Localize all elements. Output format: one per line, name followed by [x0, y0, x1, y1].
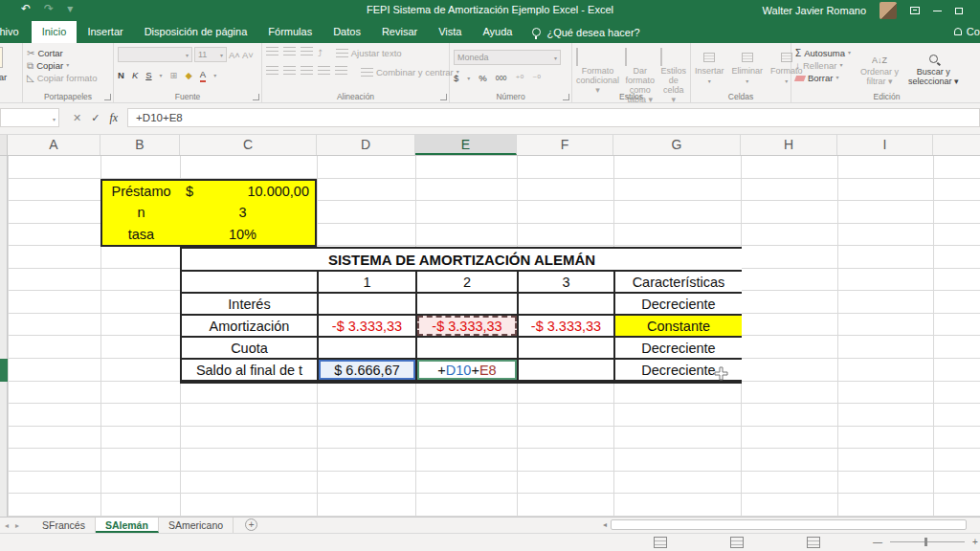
cell-e10-editing[interactable]: +D10+E8 — [417, 360, 517, 380]
clear-button[interactable]: Borrar ▾ — [795, 72, 851, 84]
zoom-out-icon[interactable]: — — [873, 537, 882, 547]
insert-function-icon[interactable]: fx — [109, 111, 118, 125]
tab-ayuda[interactable]: Ayuda — [472, 21, 523, 43]
add-sheet-icon[interactable]: + — [245, 518, 257, 531]
tab-revisar[interactable]: Revisar — [371, 21, 428, 43]
borders-icon[interactable]: ⊞ — [170, 69, 178, 81]
bold-button[interactable]: N — [118, 69, 124, 81]
grow-font-icon[interactable]: A˄ — [229, 47, 240, 62]
column-header-h[interactable]: H — [741, 135, 837, 155]
comma-format-icon[interactable]: 000 — [496, 72, 507, 84]
cell-d10-referenced[interactable]: $ 6.666,67 — [319, 360, 415, 380]
sheet-tab-saleman[interactable]: SAlemán — [96, 518, 159, 533]
number-format-select[interactable]: Moneda▾ — [454, 50, 561, 65]
column-header-partial[interactable] — [933, 135, 980, 155]
name-box[interactable]: ▾ — [0, 108, 59, 127]
formula-input[interactable]: +D10+E8 — [127, 108, 980, 127]
italic-button[interactable]: K — [132, 69, 138, 81]
page-break-view-icon[interactable] — [807, 537, 820, 548]
conditional-formatting-button[interactable]: Formatocondicional ▾ — [576, 49, 619, 95]
tab-disposicion[interactable]: Disposición de página — [134, 21, 258, 43]
dialog-launcher-icon[interactable] — [253, 94, 259, 100]
row-label-saldo[interactable]: Saldo al final de t — [182, 360, 317, 380]
dialog-launcher-icon[interactable] — [440, 94, 447, 100]
autosum-button[interactable]: Σ Autosuma ▾ — [795, 47, 851, 59]
cell-e9[interactable] — [417, 338, 517, 358]
row-label-interes[interactable]: Interés — [182, 294, 317, 314]
find-select-button[interactable]: Buscar yseleccionar ▾ — [908, 47, 959, 86]
font-color-dropdown-icon[interactable]: ▾ — [213, 72, 216, 78]
cell-e7[interactable] — [417, 294, 517, 314]
wrap-text-button[interactable]: Ajustar texto — [336, 47, 402, 59]
column-header-b[interactable]: B — [100, 135, 180, 155]
align-left-icon[interactable] — [266, 66, 278, 75]
period-header-3[interactable]: 3 — [519, 272, 613, 292]
dialog-launcher-icon[interactable] — [563, 94, 569, 100]
insert-cells-button[interactable]: Insertar▾ — [695, 49, 724, 90]
sheet-tab-sfrances[interactable]: SFrancés — [33, 518, 96, 533]
sort-filter-button[interactable]: A↓Z Ordenar yfiltrar ▾ — [860, 47, 899, 86]
tab-archivo[interactable]: Archivo — [0, 21, 32, 43]
cell-d7[interactable] — [319, 294, 415, 314]
horizontal-scrollbar[interactable]: ◂ — [599, 518, 980, 532]
copy-button[interactable]: ⧉ Copiar ▾ — [27, 59, 109, 72]
zoom-in-icon[interactable]: + — [972, 537, 978, 547]
tab-insertar[interactable]: Insertar — [77, 21, 133, 43]
sheet-tab-samericano[interactable]: SAmericano — [159, 518, 234, 533]
param-row-n[interactable]: n 3 — [102, 202, 315, 223]
tab-formulas[interactable]: Fórmulas — [257, 21, 323, 43]
ribbon-display-options-icon[interactable] — [910, 7, 920, 14]
font-name-select[interactable]: ▾ — [118, 47, 192, 62]
cell-g8[interactable]: Constante — [615, 316, 742, 336]
cell-f10[interactable] — [519, 360, 613, 380]
param-row-tasa[interactable]: tasa 10% — [102, 224, 315, 245]
increase-decimal-icon[interactable]: ⁺⁰ — [515, 72, 523, 84]
fill-button[interactable]: ↓ Rellenar ▾ — [795, 59, 851, 72]
column-header-f[interactable]: F — [517, 135, 613, 155]
zoom-slider[interactable] — [890, 541, 965, 542]
align-bottom-icon[interactable] — [301, 47, 313, 55]
align-top-icon[interactable] — [266, 47, 278, 55]
shrink-font-icon[interactable]: A˅ — [242, 47, 254, 62]
cell-g9[interactable]: Decreciente — [615, 338, 742, 358]
row-label-cuota[interactable]: Cuota — [182, 338, 317, 358]
font-color-icon[interactable]: A — [200, 68, 206, 82]
enter-icon[interactable]: ✓ — [91, 112, 100, 124]
cell-f9[interactable] — [519, 338, 613, 358]
increase-indent-icon[interactable] — [335, 66, 347, 75]
loan-parameters-box[interactable]: Préstamo $10.000,00 n 3 tasa 10% — [100, 179, 317, 247]
align-center-icon[interactable] — [283, 66, 296, 75]
column-header-g[interactable]: G — [613, 135, 741, 155]
align-middle-icon[interactable] — [283, 47, 296, 55]
amortization-table[interactable]: SISTEMA DE AMORTIZACIÓN ALEMÁN 1 2 3 Car… — [180, 247, 742, 384]
column-header-a[interactable]: A — [8, 135, 100, 155]
cell-g7[interactable]: Decreciente — [615, 294, 742, 314]
page-layout-view-icon[interactable] — [730, 537, 744, 548]
tab-vista[interactable]: Vista — [428, 21, 472, 43]
cell-c6[interactable] — [182, 272, 317, 292]
period-header-2[interactable]: 2 — [417, 272, 517, 292]
dialog-launcher-icon[interactable] — [104, 94, 111, 100]
cell-f7[interactable] — [519, 294, 613, 314]
sheet-nav-left-icon[interactable]: ◂ — [5, 521, 9, 530]
format-painter-button[interactable]: ◺ Copiar formato — [27, 72, 109, 84]
fill-color-icon[interactable]: ◆ — [186, 69, 192, 81]
share-button[interactable]: Compartir — [954, 26, 980, 37]
worksheet-grid[interactable]: Préstamo $10.000,00 n 3 tasa 10% SISTEMA… — [0, 156, 980, 517]
cut-button[interactable]: ✂ Cortar — [27, 47, 109, 59]
underline-dropdown-icon[interactable]: ▾ — [160, 72, 163, 78]
align-right-icon[interactable] — [301, 66, 313, 75]
cell-e8-referenced[interactable]: -$ 3.333,33 — [417, 316, 517, 336]
scrollbar-thumb[interactable] — [611, 519, 967, 530]
row-header-strip[interactable] — [0, 156, 8, 517]
characteristics-header[interactable]: Características — [615, 272, 742, 292]
sheet-nav-right-icon[interactable]: ▸ — [15, 521, 19, 530]
percent-format-icon[interactable]: % — [479, 72, 486, 84]
column-header-d[interactable]: D — [317, 135, 415, 155]
orientation-icon[interactable]: ⤴ — [318, 47, 323, 59]
scroll-left-icon[interactable]: ◂ — [599, 520, 611, 529]
paste-button[interactable]: Pegar — [0, 43, 23, 102]
restore-icon[interactable] — [955, 8, 963, 14]
row-label-amortizacion[interactable]: Amortización — [182, 316, 317, 336]
tell-me-box[interactable]: ¿Qué desea hacer? — [523, 21, 649, 43]
